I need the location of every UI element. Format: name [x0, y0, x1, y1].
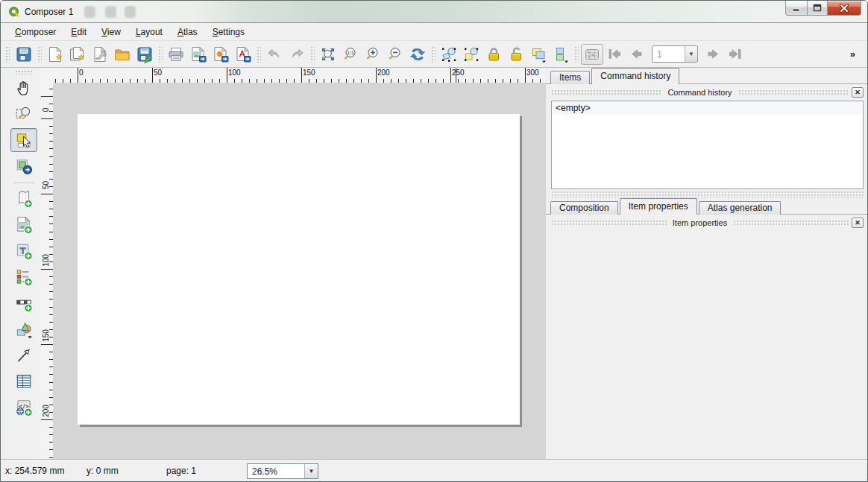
move-item-content-tool-button[interactable] — [10, 154, 37, 178]
print-button[interactable] — [165, 44, 187, 65]
add-shape-button[interactable] — [10, 317, 37, 341]
add-image-icon — [14, 215, 34, 235]
unlock-items-button[interactable] — [505, 44, 527, 65]
add-new-map-button[interactable] — [10, 187, 37, 211]
tab-items[interactable]: Items — [550, 71, 590, 84]
paper-page[interactable] — [78, 114, 520, 425]
redo-button[interactable] — [286, 44, 308, 65]
chevron-down-icon[interactable]: ▼ — [685, 46, 697, 62]
toolbar-separator — [37, 46, 42, 63]
new-composition-button[interactable] — [44, 44, 66, 65]
save-as-template-button[interactable] — [133, 44, 156, 65]
command-history-dock-title: Command history ✕ — [551, 86, 864, 98]
duplicate-composition-button[interactable] — [66, 44, 89, 65]
zoom-actual-size-button[interactable]: 1:1 — [339, 44, 362, 65]
add-label-button[interactable] — [10, 239, 37, 263]
zoom-tool-button[interactable] — [10, 102, 37, 126]
chevron-down-icon[interactable]: ▼ — [304, 464, 318, 478]
maximize-button[interactable] — [807, 1, 828, 16]
first-feature-icon — [606, 45, 623, 63]
atlas-preview-button[interactable] — [581, 44, 603, 65]
raise-items-button[interactable] — [550, 44, 572, 65]
move-item-content-button[interactable] — [460, 44, 482, 65]
glass-reflection — [105, 6, 116, 18]
load-from-template-button[interactable] — [111, 44, 133, 65]
add-attribute-table-button[interactable] — [10, 370, 37, 393]
add-scalebar-button[interactable] — [10, 291, 37, 315]
refresh-icon — [409, 45, 427, 63]
menu-atlas[interactable]: Atlas — [171, 25, 204, 39]
menu-composer[interactable]: Composer — [8, 25, 63, 39]
atlas-last-feature-button[interactable] — [724, 44, 746, 65]
title-bar[interactable]: Composer 1 — [1, 1, 867, 23]
group-items-button[interactable] — [527, 44, 550, 65]
glass-reflection — [84, 6, 95, 18]
zoom-level-combobox[interactable]: 26.5% ▼ — [247, 463, 318, 479]
cursor-x-readout: x: 254.579 mm — [5, 466, 64, 476]
undo-icon — [265, 45, 283, 63]
minimize-button[interactable] — [785, 1, 807, 16]
toolbar-grip[interactable] — [15, 70, 33, 74]
select-move-item-button[interactable] — [438, 44, 460, 65]
dock-texture — [551, 89, 661, 95]
atlas-next-feature-button[interactable] — [702, 44, 724, 65]
item-properties-body — [546, 229, 868, 459]
export-pdf-button[interactable] — [232, 44, 254, 65]
add-arrow-button[interactable] — [10, 343, 37, 367]
toolbar-separator — [257, 46, 261, 63]
svg-text:1:1: 1:1 — [347, 50, 354, 55]
status-bar: x: 254.579 mm y: 0 mm page: 1 26.5% ▼ — [1, 459, 867, 481]
composer-manager-button[interactable] — [89, 44, 111, 65]
toolbar-overflow-button[interactable]: » — [846, 45, 860, 63]
zoom-in-button[interactable] — [362, 44, 384, 65]
previous-feature-icon — [628, 45, 646, 63]
maximize-icon — [813, 4, 822, 12]
close-icon[interactable]: ✕ — [852, 87, 864, 98]
add-image-button[interactable] — [10, 213, 37, 237]
toolbar-grip[interactable] — [5, 46, 10, 63]
add-html-frame-button[interactable]: </> — [10, 396, 37, 419]
atlas-previous-feature-button[interactable] — [626, 44, 648, 65]
add-legend-button[interactable] — [10, 265, 37, 289]
print-icon — [167, 45, 185, 63]
refresh-view-button[interactable] — [406, 44, 429, 65]
menu-view[interactable]: View — [95, 25, 128, 39]
select-move-item-tool-button[interactable] — [10, 128, 37, 152]
dock-texture — [733, 220, 849, 226]
command-history-list[interactable]: <empty> — [551, 101, 864, 189]
add-label-icon — [14, 241, 34, 261]
tab-composition[interactable]: Composition — [550, 201, 618, 215]
close-button[interactable] — [828, 1, 861, 16]
save-project-button[interactable] — [13, 44, 35, 65]
add-html-icon: </> — [14, 398, 34, 417]
menu-layout[interactable]: Layout — [129, 25, 169, 39]
lock-icon — [485, 45, 503, 63]
toolbar-separator — [431, 46, 435, 63]
undo-button[interactable] — [263, 44, 286, 65]
composer-manager-icon — [91, 45, 109, 63]
atlas-page-spinbox[interactable]: 1 ▼ — [652, 45, 698, 63]
item-properties-title: Item properties — [667, 218, 733, 227]
close-icon[interactable]: ✕ — [852, 218, 864, 228]
last-feature-icon — [726, 45, 744, 63]
zoom-out-icon — [386, 45, 404, 63]
menu-settings[interactable]: Settings — [206, 25, 251, 39]
toolbar-separator — [310, 46, 315, 63]
tab-atlas-generation[interactable]: Atlas generation — [699, 201, 781, 215]
pan-tool-button[interactable] — [10, 76, 37, 100]
zoom-full-button[interactable] — [317, 44, 339, 65]
main-toolbar: 1:1 — [1, 41, 867, 68]
atlas-first-feature-button[interactable] — [603, 44, 626, 65]
glass-reflection — [125, 6, 136, 18]
composition-canvas[interactable] — [53, 83, 546, 459]
menu-edit[interactable]: Edit — [64, 25, 93, 39]
export-image-button[interactable] — [187, 44, 210, 65]
export-svg-button[interactable] — [210, 44, 232, 65]
tab-command-history[interactable]: Command history — [591, 68, 679, 84]
zoom-out-button[interactable] — [384, 44, 406, 65]
lock-items-button[interactable] — [482, 44, 505, 65]
save-icon — [15, 45, 33, 63]
list-item[interactable]: <empty> — [552, 101, 863, 115]
menu-bar: Composer Edit View Layout Atlas Settings — [1, 23, 867, 41]
tab-item-properties[interactable]: Item properties — [620, 198, 697, 215]
